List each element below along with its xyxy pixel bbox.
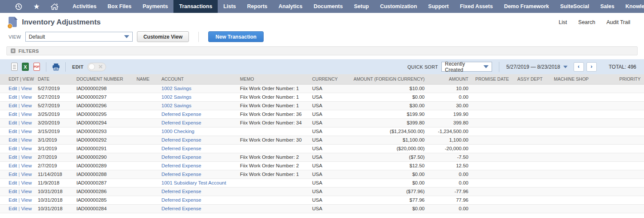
excel-export-icon[interactable]: X: [20, 62, 31, 72]
edit-link[interactable]: Edit: [9, 129, 17, 134]
account-link[interactable]: Deferred Expense: [161, 206, 201, 211]
account-link[interactable]: Deferred Expense: [161, 146, 201, 151]
cell-assy-dept: [514, 161, 550, 170]
edit-link[interactable]: Edit: [9, 103, 17, 108]
col-date[interactable]: DATE: [34, 74, 73, 84]
account-link[interactable]: 1002 Savings: [161, 103, 191, 108]
edit-link[interactable]: Edit: [9, 137, 17, 142]
view-link[interactable]: View: [21, 146, 32, 151]
account-link[interactable]: Deferred Expense: [161, 172, 201, 177]
nav-item-activities[interactable]: Activities: [67, 0, 102, 13]
view-link[interactable]: View: [21, 172, 32, 177]
nav-item-fixed-assets[interactable]: Fixed Assets: [454, 0, 498, 13]
edit-link[interactable]: Edit: [9, 189, 17, 194]
nav-item-box-files[interactable]: Box Files: [102, 0, 137, 13]
next-page-button[interactable]: ›: [586, 62, 597, 72]
edit-link[interactable]: Edit: [9, 86, 17, 91]
nav-item-setup[interactable]: Setup: [348, 0, 374, 13]
view-link[interactable]: View: [21, 154, 32, 160]
view-link[interactable]: View: [21, 103, 32, 108]
cell-assy-dept: [514, 127, 550, 136]
edit-link[interactable]: Edit: [9, 180, 17, 185]
account-link[interactable]: 1001 Subsidiary Test Account: [161, 180, 226, 185]
nav-item-suitesocial[interactable]: SuiteSocial: [555, 0, 595, 13]
cell-name: [133, 153, 158, 161]
col-memo[interactable]: MEMO: [237, 74, 309, 84]
nav-item-lists[interactable]: Lists: [218, 0, 241, 13]
home-icon[interactable]: [46, 0, 64, 13]
col-machine-shop[interactable]: MACHINE SHOP: [550, 74, 602, 84]
account-link[interactable]: Deferred Expense: [161, 197, 201, 203]
customize-view-button[interactable]: Customize View: [137, 31, 189, 42]
nav-item-documents[interactable]: Documents: [308, 0, 348, 13]
audit-trail-link[interactable]: Audit Trail: [606, 19, 630, 25]
print-icon[interactable]: [50, 62, 61, 72]
account-link[interactable]: Deferred Expense: [161, 154, 201, 160]
edit-link[interactable]: Edit: [9, 146, 17, 151]
account-link[interactable]: 1000 Checking: [161, 129, 194, 134]
account-link[interactable]: Deferred Expense: [161, 163, 201, 168]
edit-link[interactable]: Edit: [9, 112, 17, 117]
pdf-export-icon[interactable]: PDF: [31, 62, 42, 72]
edit-link[interactable]: Edit: [9, 120, 17, 125]
cell-edit-view: Edit | View: [0, 187, 34, 196]
view-link[interactable]: View: [21, 94, 32, 100]
edit-link[interactable]: Edit: [9, 94, 17, 100]
quick-sort-select[interactable]: Recently Created: [441, 62, 492, 72]
edit-link[interactable]: Edit: [9, 163, 17, 168]
expand-filters-icon[interactable]: +: [11, 48, 15, 53]
view-link[interactable]: View: [21, 86, 32, 91]
col-document-number[interactable]: DOCUMENT NUMBER: [73, 74, 133, 84]
nav-item-reports[interactable]: Reports: [242, 0, 273, 13]
nav-item-knowledge-base[interactable]: Knowledge Base: [620, 0, 644, 13]
account-link[interactable]: Deferred Expense: [161, 189, 201, 194]
list-link[interactable]: List: [559, 19, 567, 25]
col-priority[interactable]: PRIORITY: [602, 74, 644, 84]
view-link[interactable]: View: [21, 180, 32, 185]
new-transaction-button[interactable]: New Transaction: [208, 31, 264, 42]
view-link[interactable]: View: [21, 189, 32, 194]
nav-item-analytics[interactable]: Analytics: [273, 0, 308, 13]
view-link[interactable]: View: [21, 120, 32, 125]
col-currency[interactable]: CURRENCY: [309, 74, 342, 84]
col-account[interactable]: ACCOUNT: [158, 74, 237, 84]
date-range-selector[interactable]: 5/27/2019 — 8/23/2018: [506, 64, 567, 70]
search-link[interactable]: Search: [578, 19, 595, 25]
account-link[interactable]: Deferred Expense: [161, 137, 201, 142]
view-select[interactable]: Default: [25, 32, 133, 42]
col-assy-dept[interactable]: ASSY DEPT: [514, 74, 550, 84]
account-link[interactable]: 1002 Savings: [161, 86, 191, 91]
nav-item-sales[interactable]: Sales: [595, 0, 620, 13]
account-link[interactable]: Deferred Expense: [161, 112, 201, 117]
shortcuts-star-icon[interactable]: ★: [27, 0, 46, 13]
edit-link[interactable]: Edit: [9, 206, 17, 211]
edit-link[interactable]: Edit: [9, 172, 17, 177]
nav-item-transactions[interactable]: Transactions: [173, 0, 218, 13]
edit-link[interactable]: Edit: [9, 154, 17, 160]
col-name[interactable]: NAME: [133, 74, 158, 84]
csv-export-icon[interactable]: [9, 62, 20, 72]
previous-page-button[interactable]: ‹: [574, 62, 584, 72]
view-link[interactable]: View: [21, 163, 32, 168]
nav-item-demo-framework[interactable]: Demo Framework: [498, 0, 555, 13]
nav-item-payments[interactable]: Payments: [137, 0, 173, 13]
view-link[interactable]: View: [21, 137, 32, 142]
view-link[interactable]: View: [21, 129, 32, 134]
cell-date: 11/9/2018: [34, 179, 73, 187]
filters-bar[interactable]: + FILTERS: [6, 46, 638, 55]
col-amount[interactable]: AMOUNT: [428, 74, 472, 84]
view-link[interactable]: View: [21, 112, 32, 117]
recent-records-icon[interactable]: [9, 0, 27, 13]
cell-date: 3/1/2019: [34, 136, 73, 144]
table-row: Edit | View 11/9/2018 IAD00000287 1001 S…: [0, 179, 644, 187]
nav-item-customization[interactable]: Customization: [374, 0, 422, 13]
account-link[interactable]: Deferred Expense: [161, 120, 201, 125]
view-link[interactable]: View: [21, 206, 32, 211]
col-amount-foreign[interactable]: AMOUNT (FOREIGN CURRENCY): [342, 74, 428, 84]
edit-toggle[interactable]: ✕: [87, 63, 106, 71]
col-promise-date[interactable]: PROMISE DATE: [472, 74, 514, 84]
nav-item-support[interactable]: Support: [422, 0, 454, 13]
account-link[interactable]: 1002 Savings: [161, 94, 191, 100]
view-link[interactable]: View: [21, 197, 32, 203]
edit-link[interactable]: Edit: [9, 197, 17, 203]
